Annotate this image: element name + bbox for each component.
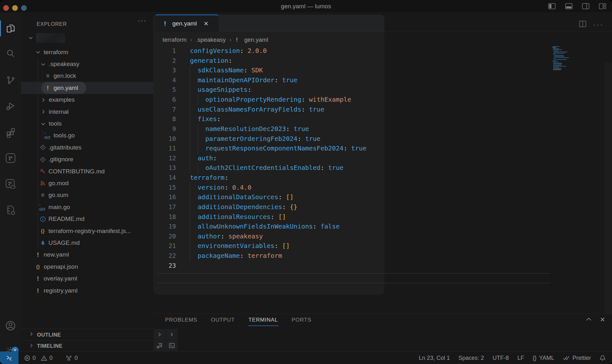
- toggle-primary-sidebar-icon[interactable]: [548, 3, 556, 9]
- tree-item--gitattributes[interactable]: .gitattributes: [21, 142, 153, 153]
- language-mode[interactable]: {} YAML: [533, 355, 554, 361]
- tree-item-go-mod[interactable]: go.mod: [21, 177, 153, 189]
- panel-tab-terminal[interactable]: TERMINAL: [249, 317, 278, 323]
- cursor-position[interactable]: Ln 23, Col 1: [419, 355, 450, 361]
- debug-terminal-icon[interactable]: [154, 340, 165, 351]
- code-line[interactable]: 16additionalDataSources: []: [153, 192, 609, 202]
- workspace-root-item[interactable]: [21, 33, 153, 43]
- panel-tab-problems[interactable]: PROBLEMS: [165, 317, 197, 323]
- code-line[interactable]: 2generation:: [153, 56, 609, 66]
- split-editor-icon[interactable]: [579, 21, 586, 28]
- tree-item-new-yaml[interactable]: !new.yaml: [21, 249, 153, 261]
- tree-item--speakeasy[interactable]: .speakeasy: [21, 58, 153, 70]
- indent-guide: [190, 134, 190, 144]
- explorer-icon[interactable]: [0, 19, 21, 37]
- customize-layout-icon[interactable]: [599, 3, 606, 9]
- indent-guide: [190, 183, 190, 193]
- toggle-secondary-sidebar-icon[interactable]: [582, 3, 589, 9]
- tree-item-tools-go[interactable]: -GOtools.go: [21, 130, 153, 142]
- code-line[interactable]: 22packageName: terraform: [153, 251, 609, 261]
- code-tools-icon[interactable]: [0, 201, 21, 219]
- panel-maximize-icon[interactable]: [586, 317, 592, 322]
- search-icon[interactable]: [0, 45, 21, 62]
- tree-item-label: tools.go: [54, 132, 75, 139]
- encoding[interactable]: UTF-8: [492, 355, 509, 361]
- panel-tab-output[interactable]: OUTPUT: [211, 317, 235, 323]
- extensions-icon[interactable]: [0, 124, 21, 142]
- indentation[interactable]: Spaces: 2: [458, 355, 484, 361]
- tree-item-overlay-yaml[interactable]: !overlay.yaml: [21, 273, 153, 285]
- tree-item-tools[interactable]: tools: [21, 118, 153, 129]
- tree-item-usage-md[interactable]: USAGE.md: [21, 237, 153, 249]
- breadcrumb-item[interactable]: gen.yaml: [244, 36, 268, 43]
- timeline-section-header[interactable]: TIMELINE: [21, 340, 153, 351]
- accounts-icon[interactable]: [0, 317, 21, 335]
- source-control-icon[interactable]: [0, 71, 21, 89]
- tree-item--gitignore[interactable]: .gitignore: [21, 154, 153, 165]
- chevron-right-icon[interactable]: [154, 329, 165, 340]
- tree-item-label: internal: [49, 108, 69, 115]
- terraform-icon[interactable]: [0, 149, 21, 167]
- tree-item-main-go[interactable]: -GOmain.go: [21, 201, 153, 213]
- explorer-sidebar: EXPLORER ··· terraform.speakeasy≡gen.loc…: [21, 13, 153, 351]
- more-actions-icon[interactable]: ···: [138, 17, 147, 25]
- toggle-panel-icon[interactable]: [565, 3, 572, 9]
- tree-item-terraform-registry-manifest-js-[interactable]: {}terraform-registry-manifest.js...: [21, 225, 153, 237]
- code-line[interactable]: 5usageSnippets:: [153, 85, 609, 95]
- tree-item-registry-yaml[interactable]: !registry.yaml: [21, 285, 153, 296]
- code-line[interactable]: 9nameResolutionDec2023: true: [153, 124, 609, 134]
- tree-item-contributing-md[interactable]: CONTRIBUTING.md: [21, 165, 153, 177]
- code-text: oAuth2ClientCredentialsEnabled: true: [205, 163, 344, 173]
- code-line[interactable]: 15version: 0.4.0: [153, 183, 609, 193]
- code-line[interactable]: 21environmentVariables: []: [153, 241, 609, 251]
- tree-item-gen-yaml[interactable]: !gen.yaml: [21, 82, 153, 94]
- code-line[interactable]: 7useClassNamesForArrayFields: true: [153, 105, 609, 114]
- code-line[interactable]: 10parameterOrderingFeb2024: true: [153, 134, 609, 144]
- editor-scrollbar[interactable]: [605, 62, 612, 343]
- tree-item-openapi-json[interactable]: {}openapi.json: [21, 261, 153, 273]
- breadcrumb-item[interactable]: terraform: [163, 36, 186, 43]
- panel-close-icon[interactable]: ×: [600, 317, 605, 322]
- tab-gen-yaml[interactable]: ! gen.yaml ×: [155, 14, 219, 32]
- code-line[interactable]: 13oAuth2ClientCredentialsEnabled: true: [153, 163, 609, 173]
- code-line[interactable]: 18additionalResources: []: [153, 212, 609, 222]
- code-line[interactable]: 12auth:: [153, 153, 609, 163]
- code-line[interactable]: 20author: speakeasy: [153, 231, 609, 241]
- minimap-line: [553, 68, 562, 69]
- minimap-line: [553, 58, 555, 59]
- terraform-cloud-icon[interactable]: [0, 175, 21, 193]
- tree-item-internal[interactable]: internal: [21, 106, 153, 118]
- run-debug-icon[interactable]: [0, 97, 21, 115]
- code-line[interactable]: 3sdkClassName: SDK: [153, 65, 609, 75]
- code-line[interactable]: 1configVersion: 2.0.0: [153, 46, 609, 56]
- code-line[interactable]: 14terraform:: [153, 173, 609, 183]
- tree-item-readme-md[interactable]: README.md: [21, 213, 153, 225]
- editor-more-actions-icon[interactable]: ···: [593, 23, 604, 26]
- tree-item-examples[interactable]: examples: [21, 94, 153, 106]
- line-number: 10: [153, 134, 176, 144]
- code-line[interactable]: 6optionalPropertyRendering: withExample: [153, 95, 609, 105]
- code-line[interactable]: 23: [153, 261, 609, 271]
- problems-status[interactable]: 0 0: [24, 355, 53, 361]
- tree-item-go-sum[interactable]: ≡go.sum: [21, 189, 153, 201]
- code-line[interactable]: 19allowUnknownFieldsInWeakUnions: false: [153, 222, 609, 231]
- breadcrumb-item[interactable]: .speakeasy: [196, 36, 226, 43]
- code-line[interactable]: 4maintainOpenAPIOrder: true: [153, 75, 609, 85]
- tab-close-icon[interactable]: ×: [204, 20, 208, 27]
- ports-status[interactable]: 0: [65, 355, 78, 361]
- tree-item-gen-lock[interactable]: ≡gen.lock: [21, 70, 153, 82]
- terminal-icon[interactable]: [166, 340, 178, 351]
- indent-guide: [190, 202, 190, 212]
- notifications-bell-icon[interactable]: [600, 355, 606, 361]
- chevron-right-icon[interactable]: [166, 329, 178, 340]
- code-line[interactable]: 11requestResponseComponentNamesFeb2024: …: [153, 143, 609, 153]
- tree-item-terraform[interactable]: terraform: [21, 46, 153, 58]
- error-icon: [24, 355, 30, 361]
- eol[interactable]: LF: [517, 355, 524, 361]
- outline-section-header[interactable]: OUTLINE: [21, 329, 153, 340]
- remote-indicator[interactable]: [0, 352, 18, 364]
- code-line[interactable]: 17additionalDependencies: {}: [153, 202, 609, 212]
- panel-tab-ports[interactable]: PORTS: [292, 317, 311, 323]
- code-line[interactable]: 8fixes:: [153, 114, 609, 124]
- formatter-status[interactable]: Prettier: [563, 355, 591, 361]
